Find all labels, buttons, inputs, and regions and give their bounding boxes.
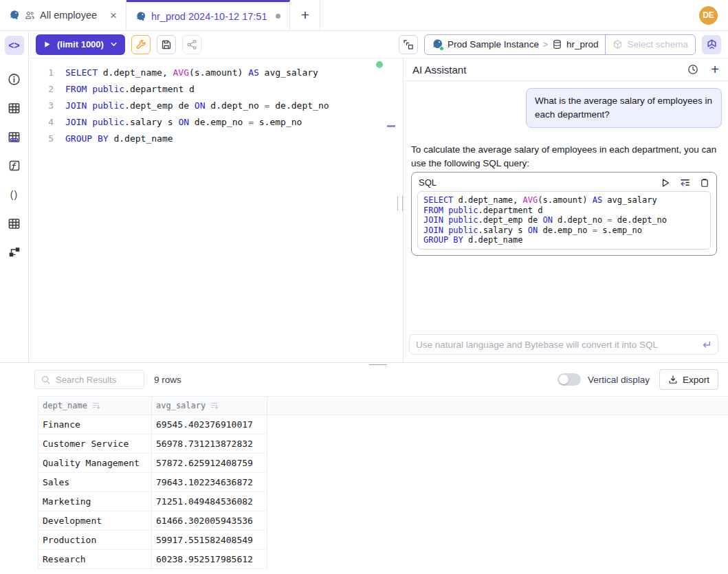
sidebar-item-info[interactable] (5, 69, 24, 89)
select-schema-button[interactable]: Select schema (605, 35, 695, 54)
dept-name-cell[interactable]: Marketing (38, 492, 152, 511)
format-sql-button[interactable] (131, 35, 151, 54)
search-icon (41, 375, 51, 385)
dept-name-cell[interactable]: Finance (38, 415, 152, 434)
code-line: SELECT d.dept_name, AVG(s.amount) AS avg… (65, 65, 403, 81)
chevron-down-icon[interactable] (110, 41, 118, 48)
code-language-label: SQL (419, 177, 437, 188)
table-row[interactable]: Marketing 71251.049484536082 (38, 492, 728, 511)
resize-handle[interactable] (397, 196, 403, 211)
tabbar-spacer (320, 0, 699, 30)
avg-salary-cell[interactable]: 71251.049484536082 (152, 492, 267, 511)
info-icon (8, 73, 21, 86)
dept-name-cell[interactable]: Sales (38, 473, 152, 492)
download-icon (668, 375, 678, 384)
close-icon[interactable]: × (110, 10, 117, 21)
results-resize-handle[interactable] (369, 362, 387, 365)
ai-header: AI Assistant + (404, 58, 728, 81)
share-button[interactable] (182, 35, 201, 54)
line-number: 3 (29, 98, 54, 114)
sidebar-item-schema-diagram[interactable] (5, 243, 24, 262)
insert-sql-icon (680, 177, 690, 188)
dept-name-cell[interactable]: Production (38, 531, 152, 550)
line-number: 4 (29, 114, 54, 131)
sql-code-card: SQL (411, 172, 717, 256)
dept-name-cell[interactable]: Customer Service (38, 434, 152, 454)
insert-into-editor-button[interactable] (680, 177, 690, 188)
connection-health-dot (376, 61, 383, 68)
wrench-icon (135, 39, 146, 50)
ai-history-button[interactable] (687, 64, 698, 75)
dept-name-cell[interactable]: Quality Management (38, 454, 152, 473)
code-icon: <> (8, 40, 19, 51)
sort-icon[interactable] (92, 401, 100, 410)
toggle-knob (559, 375, 569, 384)
column-header-avg-salary[interactable]: avg_salary (152, 397, 267, 415)
tab-hr-prod[interactable]: hr_prod 2024-10-12 17:51 (126, 0, 291, 30)
avg-salary-cell[interactable]: 69545.402376910017 (152, 415, 267, 434)
run-query-button[interactable]: (limit 1000) (36, 34, 125, 55)
export-button[interactable]: Export (659, 369, 718, 390)
table-row[interactable]: Quality Management 57872.625912408759 (38, 454, 728, 473)
table-row[interactable]: Research 60238.952517985612 (38, 550, 728, 569)
table-row[interactable]: Finance 69545.402376910017 (38, 415, 728, 434)
avg-salary-cell[interactable]: 60238.952517985612 (152, 550, 267, 569)
enter-icon[interactable] (701, 340, 712, 350)
avg-salary-cell[interactable]: 59917.551582408549 (152, 531, 267, 550)
tab-label: All employee (40, 10, 97, 21)
assistant-text: To calculate the average salary of emplo… (411, 143, 720, 170)
new-tab-button[interactable]: + (290, 0, 320, 30)
sql-editor[interactable]: 12345 SELECT d.dept_name, AVG(s.amount) … (29, 58, 403, 362)
copy-icon (700, 178, 709, 188)
table-row[interactable]: Production 59917.551582408549 (38, 531, 728, 550)
ai-input[interactable] (416, 340, 696, 350)
tab-all-employee[interactable]: All employee × (0, 0, 126, 30)
ai-assistant-button[interactable] (702, 35, 721, 54)
table-header-row: dept_name avg_salary (38, 396, 728, 415)
column-header-dept-name[interactable]: dept_name (38, 397, 152, 415)
line-number: 1 (29, 65, 54, 81)
table-row[interactable]: Sales 79643.102234636872 (38, 473, 728, 492)
instance-name: Prod Sample Instance (448, 39, 539, 49)
sort-icon[interactable] (210, 401, 219, 410)
connection-instance-database[interactable]: Prod Sample Instance > hr_prod (425, 35, 605, 54)
copy-snippet-button[interactable] (700, 178, 709, 188)
editor-toolbar: (limit 1000) (29, 31, 728, 58)
table-row[interactable]: Customer Service 56978.731213872832 (38, 434, 728, 454)
avg-salary-cell[interactable]: 61466.302005943536 (152, 511, 267, 531)
sidebar-item-tables[interactable] (5, 98, 24, 118)
workspace: (limit 1000) (29, 31, 728, 362)
dept-name-cell[interactable]: Research (38, 550, 152, 569)
user-message-bubble: What is the average salary of employees … (526, 88, 722, 128)
vertical-display-toggle[interactable] (558, 373, 581, 386)
search-results-input[interactable] (56, 375, 138, 385)
sidebar-item-table-data[interactable] (5, 127, 24, 146)
code-line: SELECT d.dept_name, AVG(s.amount) AS avg… (423, 195, 705, 206)
sidebar-item-sql-editor[interactable]: <> (5, 36, 24, 55)
code-line: JOIN public.salary s ON de.emp_no = s.em… (423, 225, 705, 236)
export-label: Export (683, 375, 709, 385)
cascade-icon (403, 39, 414, 50)
avg-salary-cell[interactable]: 57872.625912408759 (152, 454, 267, 473)
sidebar: <> () (0, 31, 29, 362)
avatar[interactable]: DE (699, 6, 718, 25)
avg-salary-cell[interactable]: 79643.102234636872 (152, 473, 267, 492)
sidebar-item-procedures[interactable]: () (5, 185, 24, 204)
batch-mode-button[interactable] (399, 35, 418, 54)
avg-salary-cell[interactable]: 56978.731213872832 (152, 434, 267, 454)
code-line: JOIN public.dept_emp de ON d.dept_no = d… (423, 215, 705, 225)
content-row: 12345 SELECT d.dept_name, AVG(s.amount) … (29, 58, 728, 362)
sidebar-item-views[interactable] (5, 214, 24, 233)
save-sheet-button[interactable] (157, 35, 176, 54)
schema-placeholder: Select schema (627, 39, 688, 49)
ai-input-box (409, 334, 718, 355)
chevron-right-icon: > (543, 40, 548, 49)
status-dot (439, 46, 444, 51)
run-snippet-button[interactable] (661, 178, 670, 188)
unsaved-dot (276, 14, 280, 19)
ai-new-chat-button[interactable]: + (711, 62, 719, 78)
sidebar-item-functions[interactable] (5, 156, 24, 175)
dept-name-cell[interactable]: Development (38, 511, 152, 531)
table-row[interactable]: Development 61466.302005943536 (38, 511, 728, 531)
group-icon (25, 10, 35, 21)
